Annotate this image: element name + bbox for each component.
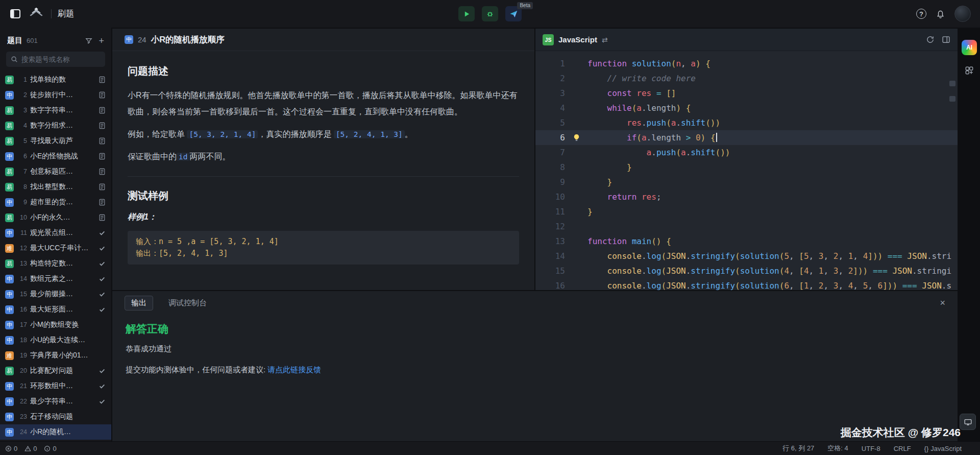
code-line[interactable]: 15 console.log(JSON.stringify(solution(4… (535, 264, 958, 278)
ai-assistant-button[interactable]: AI (962, 40, 977, 55)
code-line[interactable]: 5 res.push(a.shift()) (535, 115, 958, 130)
cursor-position[interactable]: 行 6, 列 27 (782, 444, 814, 453)
avatar[interactable] (954, 6, 971, 22)
code-line[interactable]: 3 const res = [] (535, 86, 958, 101)
problem-list-item[interactable]: 中23石子移动问题 (0, 409, 111, 424)
encoding[interactable]: UTF-8 (862, 445, 880, 452)
problem-title: 小R的随机… (30, 427, 95, 437)
close-icon[interactable]: × (940, 298, 945, 308)
bell-icon[interactable] (936, 9, 945, 19)
problem-list-item[interactable]: 易8找出整型数… (0, 179, 111, 195)
problem-title: 字典序最小的01… (30, 351, 95, 360)
scrollbar-thumb[interactable] (949, 81, 955, 86)
problem-number: 3 (17, 107, 27, 114)
problem-list-item[interactable]: 中6小E的怪物挑战 (0, 149, 111, 164)
problem-list-item[interactable]: 难19字典序最小的01… (0, 348, 111, 363)
switch-language-icon[interactable]: ⇄ (602, 36, 608, 44)
tab-debug-console[interactable]: 调试控制台 (162, 296, 213, 310)
braces-icon: {} (924, 445, 929, 452)
problem-number: 10 (17, 214, 27, 221)
problem-list-item[interactable]: 易5寻找最大葫芦 (0, 133, 111, 149)
problem-list-item[interactable]: 中21环形数组中… (0, 378, 111, 394)
eol-setting[interactable]: CRLF (894, 445, 911, 452)
problem-list-item[interactable]: 易7创意标题匹… (0, 164, 111, 179)
indent-setting[interactable]: 空格: 4 (827, 444, 848, 453)
problem-title: 数字字符串… (30, 106, 95, 115)
code-line[interactable]: 4 while(a.length) { (535, 101, 958, 115)
line-number: 13 (535, 234, 565, 249)
problem-list-item[interactable]: 易3数字字符串… (0, 103, 111, 118)
output-panel: 输出 调试控制台 × 解答正确 恭喜成功通过 提交功能内测体验中，任何问题或者建… (112, 291, 958, 441)
problem-list-item[interactable]: 中15最少前缀操… (0, 286, 111, 302)
inline-code: id (177, 153, 189, 161)
code-line-current[interactable]: 6 if(a.length > 0) { (535, 130, 958, 145)
code-line[interactable]: 13function main() { (535, 234, 958, 249)
problem-list-item[interactable]: 中2徒步旅行中… (0, 87, 111, 103)
problem-number: 4 (17, 122, 27, 129)
solved-check-icon (98, 275, 106, 282)
code-line[interactable]: 14 console.log(JSON.stringify(solution(5… (535, 249, 958, 264)
filter-funnel-icon[interactable] (85, 37, 92, 44)
watermark: 掘金技术社区 @ 修罗246 (841, 425, 961, 440)
problem-list-item[interactable]: 中24小R的随机… (0, 424, 111, 440)
tab-output[interactable]: 输出 (125, 296, 153, 310)
code-line[interactable]: 2 // write code here (535, 71, 958, 86)
difficulty-badge: 中 (5, 428, 14, 437)
reset-code-icon[interactable] (926, 35, 935, 44)
line-number: 5 (535, 115, 565, 130)
problem-list-item[interactable]: 中17小M的数组变换 (0, 317, 111, 332)
debug-button[interactable] (482, 6, 498, 21)
sidebar-toggle-icon[interactable] (9, 8, 21, 20)
code-line[interactable]: 1function solution(n, a) { (535, 56, 958, 71)
problem-list-item[interactable]: 易13构造特定数… (0, 256, 111, 271)
problem-list-item[interactable]: 易4数字分组求… (0, 118, 111, 133)
code-line[interactable]: 10 return res; (535, 189, 958, 204)
code-line[interactable]: 16 console.log(JSON.stringify(solution(6… (535, 278, 958, 290)
note-doc-icon (98, 76, 106, 83)
code-line[interactable]: 12 (535, 219, 958, 234)
line-number: 8 (535, 160, 565, 175)
problem-list-item[interactable]: 中18小U的最大连续… (0, 332, 111, 348)
code-line[interactable]: 8 } (535, 160, 958, 175)
javascript-icon: JS (543, 34, 554, 45)
error-counter[interactable]: 0 (5, 445, 17, 452)
solved-check-icon (98, 367, 106, 374)
search-input[interactable] (21, 56, 111, 63)
problem-list-item[interactable]: 中11观光景点组… (0, 225, 111, 241)
feedback-link[interactable]: 请点此链接反馈 (267, 365, 321, 374)
code-area[interactable]: 1function solution(n, a) {2 // write cod… (535, 51, 958, 290)
problem-list-item[interactable]: 中16最大矩形面… (0, 302, 111, 317)
problem-list-item[interactable]: 易20比赛配对问题 (0, 363, 111, 378)
problem-list-item[interactable]: 易10小F的永久… (0, 210, 111, 225)
editor-panel: JS JavaScript ⇄ 1function solution(n, a)… (535, 29, 958, 290)
difficulty-badge: 易 (5, 183, 14, 191)
run-button[interactable] (458, 6, 475, 21)
screen-share-button[interactable] (960, 414, 976, 430)
problem-list-item[interactable]: 中22最少字符串… (0, 394, 111, 409)
solved-check-icon (98, 245, 106, 252)
code-line[interactable]: 9 } (535, 175, 958, 189)
sidebar: 题目 601 + 易1找单独的数中2徒步旅行中…易3数字字符串…易4数字分组求…… (0, 28, 111, 441)
scrollbar-thumb[interactable] (949, 96, 955, 102)
problem-list-item[interactable]: 难12最大UCC子串计… (0, 241, 111, 256)
panel-layout-icon[interactable] (942, 35, 950, 44)
extensions-icon[interactable] (964, 65, 974, 76)
code-line[interactable]: 7 a.push(a.shift()) (535, 145, 958, 160)
result-status: 解答正确 (126, 322, 944, 336)
add-problem-icon[interactable]: + (99, 37, 104, 44)
line-number: 6 (535, 130, 565, 145)
lightbulb-icon[interactable] (573, 134, 580, 141)
play-icon (463, 11, 470, 17)
language-mode[interactable]: {} JavaScript (924, 445, 962, 452)
info-counter[interactable]: 0 (44, 445, 56, 452)
code-line[interactable]: 11} (535, 204, 958, 219)
note-doc-icon (98, 183, 106, 190)
problem-list-item[interactable]: 中14数组元素之… (0, 271, 111, 286)
submit-button[interactable]: Beta (505, 6, 522, 21)
line-number: 16 (535, 278, 565, 290)
problem-list-item[interactable]: 易1找单独的数 (0, 72, 111, 87)
warning-counter[interactable]: 0 (24, 445, 37, 452)
note-doc-icon (98, 153, 106, 160)
problem-list-item[interactable]: 中9超市里的货… (0, 195, 111, 210)
help-icon[interactable]: ? (916, 9, 926, 19)
